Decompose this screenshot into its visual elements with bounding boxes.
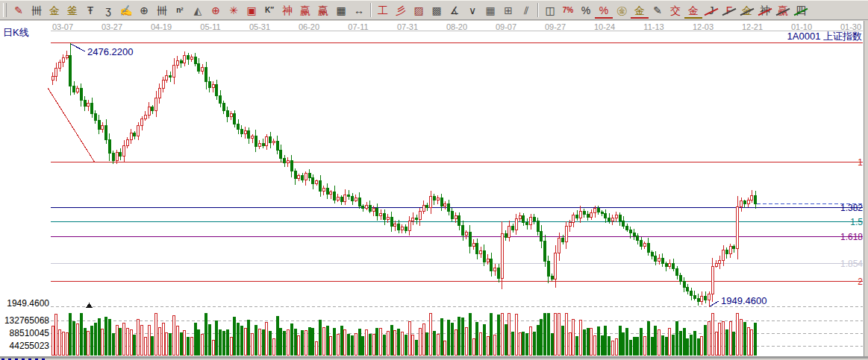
candle-body bbox=[59, 63, 61, 69]
volume-bar bbox=[501, 313, 503, 355]
volume-bar bbox=[740, 319, 743, 355]
kline-chart-canvas[interactable] bbox=[0, 21, 864, 360]
shen-angle-tool[interactable]: 神 bbox=[756, 2, 774, 19]
volume-bar bbox=[522, 332, 525, 355]
candle-body bbox=[483, 250, 485, 262]
volume-bar bbox=[755, 323, 757, 355]
volume-bar bbox=[505, 325, 507, 356]
volume-bar bbox=[679, 332, 681, 356]
brush-tool[interactable]: ✎ bbox=[10, 2, 28, 19]
gold-angle-tool[interactable]: 金 bbox=[738, 2, 756, 19]
volume-bar bbox=[55, 315, 57, 356]
candle-body bbox=[162, 80, 164, 89]
set-square-tool[interactable]: ◭ bbox=[189, 2, 207, 19]
tally-lines-2-tool[interactable]: 卌 bbox=[153, 2, 171, 19]
j-angle-tool[interactable]: J bbox=[702, 2, 720, 19]
n-square-tool[interactable]: n² bbox=[171, 2, 189, 19]
candle-body bbox=[305, 174, 307, 180]
volume-bar bbox=[73, 322, 75, 356]
gold-circle-tool[interactable]: ㊎ bbox=[613, 2, 631, 19]
candle-body bbox=[643, 244, 646, 246]
volume-bar bbox=[640, 329, 643, 356]
candle-body bbox=[94, 113, 96, 120]
grid-123-tool[interactable]: ▦ bbox=[332, 2, 350, 19]
seven-percent-tool[interactable]: 7% bbox=[559, 2, 577, 19]
golden-section-tool[interactable]: 金 bbox=[46, 2, 63, 19]
golden-ratio-tool[interactable]: 釜 bbox=[63, 2, 81, 19]
t-ruler-tool[interactable]: Ŧ bbox=[81, 2, 99, 19]
volume-bar bbox=[465, 327, 467, 355]
shen-tool[interactable]: 神 bbox=[278, 2, 296, 19]
volume-bar bbox=[615, 338, 617, 355]
candle-body bbox=[605, 214, 607, 218]
pane-splitter[interactable] bbox=[0, 356, 868, 359]
pencil-measure-tool[interactable]: ✍ bbox=[117, 2, 135, 19]
fib-level-label: 1 bbox=[858, 158, 863, 167]
volume-bar bbox=[344, 329, 346, 355]
spiral-tool[interactable]: ʒ bbox=[99, 2, 117, 19]
volume-bar bbox=[162, 323, 164, 356]
volume-bar bbox=[212, 340, 214, 355]
ying-bold-tool[interactable]: 赢 bbox=[314, 2, 332, 19]
gold-red-tool[interactable]: 金 bbox=[684, 2, 702, 19]
volume-bar bbox=[362, 337, 364, 356]
ying-angle-tool[interactable]: 赢 bbox=[774, 2, 792, 19]
candle-body bbox=[326, 188, 328, 194]
axis-date-label: 05-11 bbox=[194, 23, 227, 31]
volume-profile-tool[interactable]: ◫ bbox=[541, 2, 559, 19]
volume-bar bbox=[555, 313, 557, 355]
volume-scale-label: 132765068 bbox=[0, 316, 49, 325]
grid-tool[interactable]: ▦ bbox=[481, 2, 499, 19]
candle-body bbox=[626, 226, 628, 230]
candle-body bbox=[437, 198, 439, 200]
cycle-cross-tool[interactable]: 交 bbox=[666, 2, 684, 19]
candle-body bbox=[202, 67, 204, 71]
candle-body bbox=[579, 211, 581, 218]
width-measure-tool[interactable]: ↔ bbox=[350, 2, 368, 19]
si-angle-tool[interactable]: 四 bbox=[792, 2, 810, 19]
candle-body bbox=[112, 154, 114, 160]
gann-grid-tool[interactable]: ▣ bbox=[243, 2, 260, 19]
volume-bar bbox=[255, 325, 257, 355]
box-frame-tool[interactable]: 工 bbox=[374, 2, 392, 19]
star-rays-tool[interactable]: ✳ bbox=[225, 2, 243, 19]
candle-body bbox=[284, 159, 286, 163]
gold-lines-tool[interactable]: 金 bbox=[631, 2, 649, 19]
trendline bbox=[48, 88, 95, 162]
volume-bar bbox=[266, 322, 268, 355]
f-angle-tool[interactable]: F bbox=[720, 2, 738, 19]
volume-bar bbox=[725, 329, 728, 355]
compass-tool[interactable]: ⊕ bbox=[207, 2, 225, 19]
volume-bar bbox=[144, 338, 146, 356]
ying-tool[interactable]: 赢 bbox=[296, 2, 314, 19]
zigzag-tool[interactable]: ∨ bbox=[463, 2, 481, 19]
candle-body bbox=[490, 259, 493, 271]
volume-bar bbox=[737, 313, 739, 355]
volume-bar bbox=[540, 319, 543, 355]
circle-cycle-tool[interactable]: ⊕ bbox=[135, 2, 153, 19]
candle-body bbox=[551, 277, 553, 280]
volume-bar bbox=[419, 328, 421, 355]
toolbar-grip[interactable] bbox=[3, 3, 7, 17]
candle-body bbox=[679, 275, 681, 281]
volume-bar bbox=[119, 328, 122, 355]
kline-mark-tool[interactable]: K″ bbox=[260, 2, 278, 19]
pencil-tool[interactable]: ✎ bbox=[649, 2, 666, 19]
volume-bar bbox=[152, 336, 154, 355]
parallel-lines-tool[interactable]: ⫽ bbox=[517, 2, 535, 19]
candle-body bbox=[465, 232, 467, 235]
volume-bar bbox=[116, 325, 118, 355]
ray-fan-tool[interactable]: 彡 bbox=[392, 2, 410, 19]
toolbar-separator bbox=[537, 3, 539, 17]
trend-angle-tool[interactable]: ∡ bbox=[446, 2, 463, 19]
gann-box-tool[interactable]: ▨ bbox=[410, 2, 428, 19]
gann-box-2-tool[interactable]: ▩ bbox=[428, 2, 446, 19]
axis-date-label: 07-31 bbox=[391, 23, 424, 31]
tally-lines-tool[interactable]: 卌 bbox=[28, 2, 46, 19]
percent-line-tool[interactable]: % bbox=[595, 2, 613, 19]
volume-bar bbox=[326, 326, 328, 356]
candle-body bbox=[672, 264, 675, 269]
percent-tool[interactable]: % bbox=[577, 2, 595, 19]
grid-arrow-tool[interactable]: ⊞ bbox=[499, 2, 517, 19]
volume-bar bbox=[401, 332, 403, 355]
